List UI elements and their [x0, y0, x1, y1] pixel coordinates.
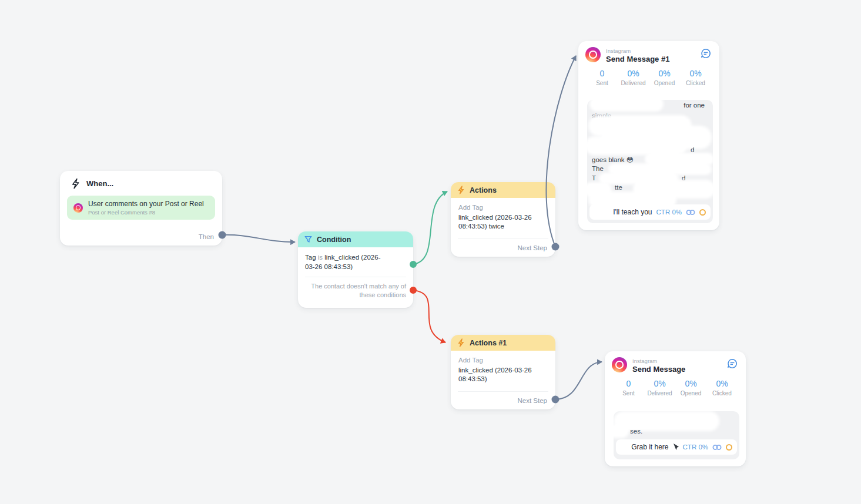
message-node-title: Send Message #1	[606, 55, 669, 63]
node-condition[interactable]: Condition Tag is link_clicked (2026-03-2…	[298, 231, 413, 308]
message-button[interactable]: Grab it here CTR 0%	[616, 439, 737, 455]
message-text-fragment: goes blank 😳	[592, 156, 634, 164]
action-value: link_clicked (2026-03-26 08:43:53)	[458, 366, 547, 384]
bolt-icon	[457, 186, 465, 194]
instagram-icon	[73, 203, 83, 213]
stat-clicked: 0% Clicked	[706, 379, 738, 397]
stat-delivered: 0% Delivered	[644, 379, 675, 397]
condition-rule[interactable]: Tag is link_clicked (2026-03-26 08:43:53…	[298, 247, 397, 277]
action-type-label: Add Tag	[458, 356, 548, 365]
message-stats: 0 Sent 0% Delivered 0% Opened 0% Clicked	[585, 63, 712, 86]
actions-node-header: Actions	[451, 182, 555, 198]
stat-sent: 0 Sent	[613, 379, 644, 397]
condition-node-title: Condition	[317, 236, 351, 244]
message-text-fragment: ses.	[630, 428, 642, 435]
stat-clicked: 0% Clicked	[680, 69, 711, 86]
message-stats: 0 Sent 0% Delivered 0% Opened 0% Clicked	[612, 374, 739, 397]
node-actions[interactable]: Actions Add Tag link_clicked (2026-03-26…	[451, 182, 555, 257]
then-output-label: Then	[199, 233, 214, 240]
actions-node-title: Actions	[470, 186, 497, 194]
action-type-label: Add Tag	[458, 203, 548, 213]
filter-funnel-icon	[304, 236, 312, 243]
lightning-icon	[71, 178, 81, 189]
condition-else-text: The contact doesn't match any of these c…	[298, 277, 413, 307]
trigger-title: User comments on your Post or Reel	[88, 200, 204, 208]
message-preview[interactable]: for one simple d goes blank 😳 The T d tt…	[587, 100, 713, 223]
ctr-stat: CTR 0%	[683, 443, 708, 451]
trigger-subtitle: Post or Reel Comments #8	[88, 209, 204, 216]
message-button[interactable]: I'll teach you CTR 0%	[589, 204, 711, 220]
actions1-divider	[458, 391, 548, 392]
message-text-fragment: The	[592, 165, 604, 172]
edge-condition-false-to-actions1	[413, 290, 445, 342]
when-node-header: When...	[67, 178, 215, 189]
bolt-icon	[457, 338, 465, 347]
node-send-message-1[interactable]: Instagram Send Message #1 0 Sent 0% Deli…	[578, 41, 719, 230]
node-send-message[interactable]: Instagram Send Message 0 Sent 0% Deliver…	[605, 351, 746, 466]
condition-rule-subject: Tag	[305, 254, 316, 261]
condition-rule-operator: is	[316, 254, 325, 261]
node-when-trigger[interactable]: When... User comments on your Post or Re…	[60, 171, 222, 246]
status-circle-icon	[726, 444, 732, 451]
condition-node-header: Condition	[298, 231, 413, 247]
stat-opened: 0% Opened	[649, 69, 680, 86]
when-node-title: When...	[86, 179, 113, 188]
instagram-icon	[612, 357, 627, 372]
link-chain-icon[interactable]	[712, 444, 722, 451]
channel-label: Instagram	[632, 358, 685, 364]
message-text-fragment: tte	[615, 184, 622, 191]
actions1-node-header: Actions #1	[451, 335, 555, 351]
next-step-output-label: Next Step	[518, 244, 548, 251]
button-label: Grab it here	[631, 443, 668, 451]
edge-then-to-condition	[222, 235, 295, 242]
mouse-cursor-icon	[673, 443, 679, 451]
actions-divider	[458, 238, 548, 239]
message-node-title: Send Message	[632, 365, 685, 374]
edge-actions1-to-message2	[555, 362, 602, 399]
instagram-icon	[585, 47, 601, 62]
next-step-output-label: Next Step	[518, 397, 548, 404]
trigger-item[interactable]: User comments on your Post or Reel Post …	[67, 196, 215, 220]
node-actions-1[interactable]: Actions #1 Add Tag link_clicked (2026-03…	[451, 335, 555, 409]
message-preview[interactable]: ses. Grab it here CTR 0%	[614, 411, 739, 459]
comment-bubble-icon[interactable]	[701, 48, 711, 59]
channel-label: Instagram	[606, 48, 669, 54]
message-text-fragment: for one	[684, 102, 705, 109]
action-value: link_clicked (2026-03-26 08:43:53) twice	[458, 213, 547, 231]
message-text-fragment: T	[592, 174, 596, 182]
stat-opened: 0% Opened	[675, 379, 706, 397]
status-circle-icon	[699, 209, 706, 216]
ctr-stat: CTR 0%	[656, 209, 682, 216]
comment-bubble-icon[interactable]	[727, 358, 738, 369]
edge-condition-true-to-actions	[413, 191, 447, 264]
actions1-node-title: Actions #1	[470, 339, 507, 347]
link-chain-icon[interactable]	[686, 209, 695, 216]
button-label: I'll teach you	[613, 208, 652, 216]
stat-sent: 0 Sent	[587, 69, 618, 86]
stat-delivered: 0% Delivered	[618, 69, 649, 86]
